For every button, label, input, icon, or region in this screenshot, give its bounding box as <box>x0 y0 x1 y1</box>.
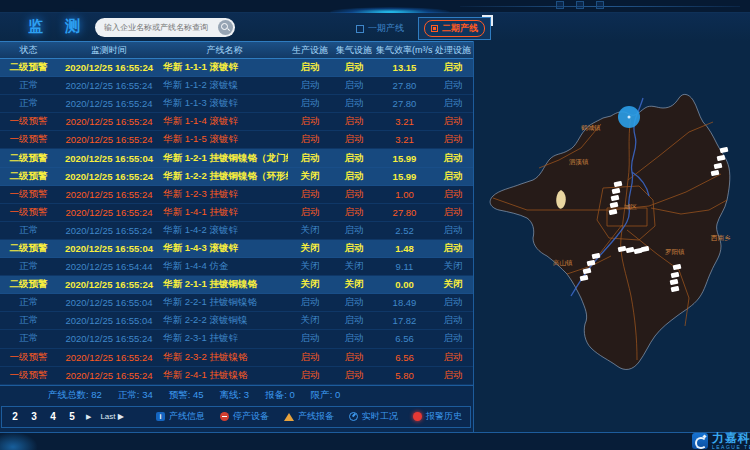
cell-time: 2020/12/25 16:55:24 <box>57 80 161 91</box>
bottom-bar: 力嘉科技 LEAGUE TE <box>0 432 750 450</box>
cell-gas: 启动 <box>332 242 376 255</box>
cell-eff: 1.00 <box>376 189 433 200</box>
page-button-3[interactable]: 3 <box>29 411 39 422</box>
cell-line: 华新 2-3-1 挂镀锌 <box>161 332 288 345</box>
phase1-label: 一期产线 <box>368 22 404 35</box>
cell-gas: 启动 <box>332 188 376 201</box>
cell-treat: 启动 <box>433 170 473 183</box>
cell-eff: 3.21 <box>376 116 433 127</box>
cell-treat: 启动 <box>433 242 473 255</box>
table-row[interactable]: 正常2020/12/25 16:55:24华新 1-1-3 滚镀锌启动启动27.… <box>0 95 473 113</box>
cell-gas: 启动 <box>332 152 376 165</box>
cell-prod: 启动 <box>288 206 332 219</box>
legend-button[interactable]: 产线信息 <box>156 410 205 423</box>
cell-status: 正常 <box>0 260 57 273</box>
cell-prod: 关闭 <box>288 314 332 327</box>
page-button-2[interactable]: 2 <box>10 411 20 422</box>
cell-treat: 启动 <box>433 61 473 74</box>
legend-button[interactable]: 实时工况 <box>349 410 398 423</box>
page-button-5[interactable]: 5 <box>67 411 77 422</box>
table-row[interactable]: 二级预警2020/12/25 16:55:24华新 1-2-2 挂镀铜镍铬（环形… <box>0 168 473 186</box>
page-button-4[interactable]: 4 <box>48 411 58 422</box>
next-page-button[interactable]: ▶ <box>86 413 91 421</box>
cell-line: 华新 2-3-2 挂镀镍铬 <box>161 351 288 364</box>
legend-button[interactable]: 停产设备 <box>220 410 269 423</box>
table-row[interactable]: 正常2020/12/25 16:55:24华新 1-1-2 滚镀镍启动启动27.… <box>0 77 473 95</box>
cell-gas: 启动 <box>332 115 376 128</box>
cell-gas: 启动 <box>332 351 376 364</box>
cell-line: 华新 1-1-2 滚镀镍 <box>161 79 288 92</box>
cell-prod: 关闭 <box>288 224 332 237</box>
table-body: 二级预警2020/12/25 16:55:24华新 1-1-1 滚镀锌启动启动1… <box>0 59 473 385</box>
stat-报备: 报备: 0 <box>265 389 295 402</box>
cell-eff: 0.00 <box>376 279 433 290</box>
cell-eff: 18.49 <box>376 297 433 308</box>
realtime-gauge-icon <box>349 412 358 421</box>
map-town-label: 城区 <box>624 203 638 210</box>
cell-time: 2020/12/25 16:55:04 <box>57 297 161 308</box>
cell-treat: 启动 <box>433 224 473 237</box>
cell-prod: 启动 <box>288 296 332 309</box>
cell-line: 华新 1-1-1 滚镀锌 <box>161 61 288 74</box>
cell-time: 2020/12/25 16:55:24 <box>57 116 161 127</box>
cell-prod: 启动 <box>288 351 332 364</box>
table-row[interactable]: 一级预警2020/12/25 16:55:24华新 1-4-1 挂镀锌启动启动2… <box>0 204 473 222</box>
table-row[interactable]: 一级预警2020/12/25 16:55:24华新 1-1-4 滚镀锌启动启动3… <box>0 113 473 131</box>
cell-eff: 6.56 <box>376 333 433 344</box>
cell-time: 2020/12/25 16:55:24 <box>57 207 161 218</box>
stat-产线总数: 产线总数: 82 <box>48 389 102 402</box>
table-row[interactable]: 二级预警2020/12/25 16:55:24华新 1-1-1 滚镀锌启动启动1… <box>0 59 473 77</box>
table-row[interactable]: 一级预警2020/12/25 16:55:24华新 1-2-3 挂镀锌启动启动1… <box>0 186 473 204</box>
legend-button[interactable]: 产线报备 <box>284 410 334 423</box>
table-row[interactable]: 正常2020/12/25 16:54:44华新 1-4-4 仿金关闭关闭9.11… <box>0 258 473 276</box>
legend-button[interactable]: 报警历史 <box>413 410 462 423</box>
cell-time: 2020/12/25 16:55:24 <box>57 279 161 290</box>
cell-time: 2020/12/25 16:55:24 <box>57 62 161 73</box>
legend-label: 报警历史 <box>426 410 462 423</box>
column-header: 集气效率(m³/s) <box>376 44 433 57</box>
cell-status: 正常 <box>0 224 57 237</box>
cell-status: 正常 <box>0 79 57 92</box>
cell-eff: 2.52 <box>376 225 433 236</box>
cell-gas: 启动 <box>332 296 376 309</box>
table-row[interactable]: 二级预警2020/12/25 16:55:24华新 2-1-1 挂镀铜镍铬关闭关… <box>0 276 473 294</box>
cell-gas: 启动 <box>332 224 376 237</box>
cell-status: 一级预警 <box>0 369 57 382</box>
cell-time: 2020/12/25 16:55:24 <box>57 189 161 200</box>
search-icon[interactable] <box>218 20 233 35</box>
table-row[interactable]: 一级预警2020/12/25 16:55:24华新 2-3-2 挂镀镍铬启动启动… <box>0 349 473 367</box>
table-row[interactable]: 二级预警2020/12/25 16:55:04华新 1-4-3 滚镀锌关闭启动1… <box>0 240 473 258</box>
stat-离线: 离线: 3 <box>220 389 250 402</box>
table-row[interactable]: 一级预警2020/12/25 16:55:24华新 2-4-1 挂镀镍铬启动启动… <box>0 367 473 385</box>
search-input[interactable] <box>95 23 218 32</box>
map-town-label: 鹤城镇 <box>581 124 601 131</box>
logo-name-cn: 力嘉科技 <box>712 432 750 444</box>
column-header: 生产设施 <box>288 44 332 57</box>
cell-line: 华新 2-4-1 挂镀镍铬 <box>161 369 288 382</box>
cell-line: 华新 1-4-1 挂镀锌 <box>161 206 288 219</box>
cell-treat: 启动 <box>433 188 473 201</box>
cell-treat: 启动 <box>433 332 473 345</box>
column-header: 集气设施 <box>332 44 376 57</box>
table-row[interactable]: 正常2020/12/25 16:55:24华新 1-4-2 滚镀锌关闭启动2.5… <box>0 222 473 240</box>
table-row[interactable]: 正常2020/12/25 16:55:04华新 2-2-2 滚镀铜镍关闭启动17… <box>0 312 473 330</box>
cell-gas: 启动 <box>332 79 376 92</box>
map-marker[interactable] <box>720 147 729 154</box>
table-row[interactable]: 一级预警2020/12/25 16:55:24华新 1-1-5 滚镀锌启动启动3… <box>0 131 473 149</box>
cell-line: 华新 1-1-5 滚镀锌 <box>161 133 288 146</box>
cell-status: 二级预警 <box>0 152 57 165</box>
cell-prod: 启动 <box>288 188 332 201</box>
cell-time: 2020/12/25 16:55:04 <box>57 243 161 254</box>
table-row[interactable]: 正常2020/12/25 16:55:24华新 2-3-1 挂镀锌启动启动6.5… <box>0 330 473 348</box>
phase1-checkbox[interactable]: 一期产线 <box>356 22 404 35</box>
phase2-label: 二期产线 <box>442 22 478 35</box>
last-page-button[interactable]: Last ▶ <box>100 412 124 421</box>
map-town-label: 泗溪镇 <box>569 158 589 166</box>
table-row[interactable]: 正常2020/12/25 16:55:04华新 2-2-1 挂镀铜镍铬启动启动1… <box>0 294 473 312</box>
cell-line: 华新 1-4-2 滚镀锌 <box>161 224 288 237</box>
table-row[interactable]: 二级预警2020/12/25 16:55:04华新 1-2-1 挂镀铜镍铬（龙门… <box>0 149 473 167</box>
phase2-toggle-button[interactable]: 二期产线 <box>418 17 491 40</box>
cell-eff: 15.99 <box>376 153 433 164</box>
cell-treat: 启动 <box>433 97 473 110</box>
legend-label: 产线信息 <box>169 410 205 423</box>
